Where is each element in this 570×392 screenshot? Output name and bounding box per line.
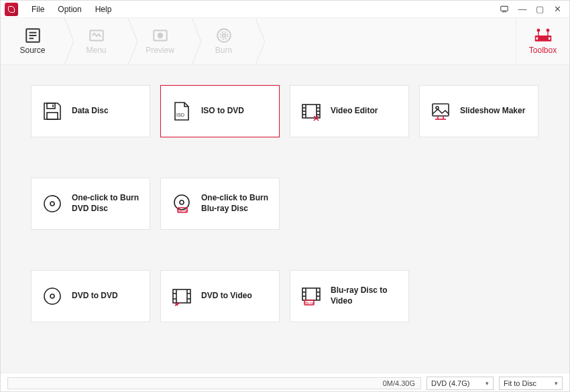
- step-menu-label: Menu: [86, 46, 106, 55]
- capacity-text: 0M/4.30G: [383, 379, 415, 387]
- step-menu[interactable]: Menu: [64, 18, 128, 64]
- svg-text:ISO: ISO: [176, 113, 185, 117]
- card-iso-to-dvd-label: ISO to DVD: [201, 106, 244, 117]
- card-one-click-dvd[interactable]: One-click to Burn DVD Disc: [31, 178, 150, 230]
- chevron-down-icon: ▾: [486, 380, 489, 387]
- bluray-disc-icon: Blu-ray: [170, 192, 193, 215]
- svg-rect-52: [302, 288, 320, 300]
- step-bar: Source Menu Preview Burn Toolbox: [1, 18, 569, 65]
- card-slideshow-maker-label: Slideshow Maker: [460, 106, 525, 117]
- step-preview-label: Preview: [146, 46, 174, 55]
- svg-rect-45: [173, 289, 190, 303]
- disc-type-select[interactable]: DVD (4.7G) ▾: [426, 377, 494, 390]
- svg-point-10: [222, 34, 225, 36]
- iso-file-icon: ISO: [170, 100, 193, 123]
- fit-mode-value: Fit to Disc: [504, 379, 536, 387]
- step-burn[interactable]: Burn: [192, 18, 255, 64]
- svg-point-14: [537, 29, 540, 31]
- bluray-film-icon: Blu-ray: [300, 285, 323, 308]
- toolbox-label: Toolbox: [529, 46, 557, 55]
- card-dvd-to-video-label: DVD to Video: [201, 291, 252, 302]
- card-slideshow-maker[interactable]: Slideshow Maker: [419, 85, 538, 137]
- burn-icon: [215, 28, 233, 43]
- card-data-disc[interactable]: Data Disc: [31, 85, 150, 137]
- card-one-click-dvd-label: One-click to Burn DVD Disc: [72, 193, 140, 214]
- svg-point-38: [50, 202, 54, 206]
- row-1: Data Disc ISO ISO to DVD Video Editor Sl…: [31, 85, 539, 137]
- close-button[interactable]: ✕: [552, 4, 563, 14]
- menu-file[interactable]: File: [25, 2, 51, 17]
- chevron-down-icon: ▾: [555, 380, 558, 387]
- video-editor-icon: [300, 100, 323, 123]
- svg-point-40: [180, 200, 184, 204]
- svg-marker-8: [159, 34, 161, 36]
- svg-rect-32: [433, 104, 449, 116]
- disc-burn-icon: [41, 192, 64, 215]
- row-3: DVD to DVD DVD to Video Blu-ray Blu-ray …: [31, 270, 539, 322]
- capacity-progress: 0M/4.30G: [7, 377, 421, 389]
- fit-mode-select[interactable]: Fit to Disc ▾: [499, 377, 563, 390]
- toolbox-button[interactable]: Toolbox: [516, 18, 569, 64]
- app-logo-icon: [5, 3, 18, 16]
- window-controls: — ▢ ✕: [500, 4, 565, 14]
- svg-point-43: [44, 288, 60, 304]
- card-one-click-bluray-label: One-click to Burn Blu-ray Disc: [201, 193, 270, 214]
- card-video-editor-label: Video Editor: [331, 106, 378, 117]
- disc-type-value: DVD (4.7G): [431, 379, 469, 387]
- save-disc-icon: [41, 100, 64, 123]
- svg-rect-19: [47, 103, 55, 109]
- svg-point-16: [547, 29, 549, 31]
- svg-rect-20: [47, 113, 58, 119]
- card-dvd-to-dvd[interactable]: DVD to DVD: [31, 270, 150, 322]
- step-burn-label: Burn: [215, 46, 232, 55]
- svg-text:Blu-ray: Blu-ray: [178, 209, 188, 212]
- preview-icon: [152, 28, 169, 43]
- card-iso-to-dvd[interactable]: ISO ISO to DVD: [160, 85, 280, 137]
- content-area: Data Disc ISO ISO to DVD Video Editor Sl…: [1, 65, 569, 373]
- svg-rect-0: [501, 6, 508, 11]
- svg-text:Blu-ray: Blu-ray: [305, 302, 315, 305]
- svg-point-11: [220, 31, 227, 39]
- bottom-bar: 0M/4.30G DVD (4.7G) ▾ Fit to Disc ▾: [1, 373, 569, 392]
- slideshow-icon: [429, 100, 452, 123]
- svg-point-44: [50, 294, 54, 298]
- menubar: File Option Help — ▢ ✕: [1, 1, 569, 18]
- step-source[interactable]: Source: [1, 18, 64, 64]
- card-one-click-bluray[interactable]: Blu-ray One-click to Burn Blu-ray Disc: [160, 178, 280, 230]
- svg-rect-18: [548, 37, 550, 40]
- film-export-icon: [170, 285, 193, 308]
- menu-step-icon: [88, 28, 105, 43]
- card-dvd-to-dvd-label: DVD to DVD: [72, 291, 118, 302]
- card-video-editor[interactable]: Video Editor: [290, 85, 409, 137]
- maximize-button[interactable]: ▢: [534, 4, 545, 14]
- menu-option[interactable]: Option: [51, 2, 88, 17]
- row-2: One-click to Burn DVD Disc Blu-ray One-c…: [31, 178, 539, 230]
- disc-icon: [41, 285, 64, 308]
- step-source-label: Source: [19, 46, 45, 55]
- step-preview[interactable]: Preview: [128, 18, 192, 64]
- card-bluray-to-video-label: Blu-ray Disc to Video: [331, 285, 399, 306]
- menu-help[interactable]: Help: [89, 2, 119, 17]
- svg-rect-17: [536, 37, 538, 40]
- card-data-disc-label: Data Disc: [72, 106, 109, 117]
- card-dvd-to-video[interactable]: DVD to Video: [160, 270, 280, 322]
- source-icon: [24, 28, 42, 43]
- minimize-button[interactable]: —: [517, 4, 528, 14]
- feedback-icon[interactable]: [500, 5, 510, 14]
- card-bluray-to-video[interactable]: Blu-ray Blu-ray Disc to Video: [290, 270, 409, 322]
- svg-point-9: [217, 29, 231, 42]
